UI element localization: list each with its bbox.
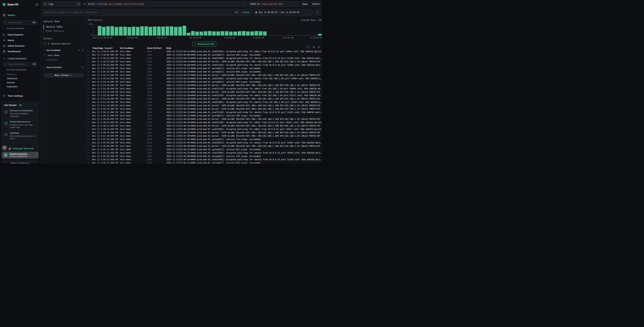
histogram-bar[interactable]: [110, 26, 114, 36]
histogram-bar[interactable]: [318, 34, 322, 36]
table-row[interactable]: >Nov 11 5:54:29.000 PMhost-demoinfo2025-…: [88, 77, 322, 80]
table-row[interactable]: >Nov 11 5:49:04.000 PMhost-demoinfo2025-…: [88, 118, 322, 121]
table-row[interactable]: >Nov 11 5:48:15.000 PMhost-demoinfo2025-…: [88, 131, 322, 134]
presets-toggle[interactable]: PRESETS: [4, 74, 17, 76]
histogram-bar[interactable]: [221, 31, 224, 36]
table-row[interactable]: >Nov 11 5:51:18.000 PMhost-demoinfo2025-…: [88, 104, 322, 107]
resume-live-tail-button[interactable]: Resume Live Tail: [192, 42, 216, 46]
table-row[interactable]: >Nov 11 5:44:37.000 PMhost-demoinfo2025-…: [88, 161, 322, 164]
load-more-button[interactable]: Load more: [44, 58, 84, 61]
table-row[interactable]: >Nov 11 5:48:39.000 PMhost-demoinfo2025-…: [88, 121, 322, 124]
table-row[interactable]: >Nov 11 5:45:08.000 PMhost-demoinfo2025-…: [88, 154, 322, 158]
table-row[interactable]: >Nov 11 5:52:38.000 PMhost-demoinfo2025-…: [88, 94, 322, 97]
histogram-bar[interactable]: [174, 27, 178, 36]
table-row[interactable]: >Nov 11 5:51:28.000 PMhost-demoinfo2025-…: [88, 100, 322, 104]
filter-group-severitytext[interactable]: SeverityText: [44, 66, 84, 68]
histogram-bar-warn[interactable]: [187, 33, 190, 33]
filter-group-servicename[interactable]: ServiceName: [44, 49, 84, 52]
create-dashboard-button[interactable]: + Create Dashboard: [3, 56, 38, 60]
histogram-bar-warn[interactable]: [225, 31, 228, 32]
histogram-bar[interactable]: [144, 26, 148, 36]
help-button[interactable]: ?: [2, 145, 7, 150]
table-row[interactable]: >Nov 11 5:54:16.000 PMhost-demoinfo2025-…: [88, 80, 322, 84]
histogram-bar[interactable]: [195, 32, 199, 36]
table-row[interactable]: >Nov 11 5:48:32.000 PMhost-demoinfo2025-…: [88, 124, 322, 128]
table-row[interactable]: >Nov 11 5:52:55.000 PMhost-demoinfo2025-…: [88, 90, 322, 94]
time-range-picker[interactable]: Nov 11 00:00:00 - Nov 12 00:00:00: [253, 9, 312, 15]
run-query-button[interactable]: [314, 9, 321, 15]
histogram-bar[interactable]: [123, 27, 127, 36]
table-row[interactable]: >Nov 11 5:53:36.000 PMhost-demoinfo2025-…: [88, 84, 322, 87]
histogram-bar[interactable]: [238, 31, 241, 36]
histogram-bar[interactable]: [178, 27, 182, 36]
chart-plot[interactable]: [93, 24, 322, 36]
col-severitytext[interactable]: ⋮SeverityText: [147, 47, 166, 49]
sidebar-item-dashboards[interactable]: Dashboards: [3, 50, 38, 53]
user-menu[interactable]: D dominic.tran@clic... dominic.tran@clic…: [2, 152, 39, 158]
histogram-bar[interactable]: [153, 26, 156, 36]
language-toggle-lucene[interactable]: Lucene: [242, 11, 250, 14]
histogram-bar[interactable]: [106, 26, 110, 36]
table-row[interactable]: >Nov 11 5:53:30.000 PMhost-demoinfo2025-…: [88, 87, 322, 90]
get-started-step-add-data[interactable]: Add Data Start sending logs, metrics, or…: [4, 132, 36, 140]
histogram-bar[interactable]: [246, 32, 250, 36]
histogram-bar[interactable]: [187, 33, 190, 36]
table-row[interactable]: >Nov 11 5:56:19.000 PMhost-demoinfo2025-…: [88, 70, 322, 74]
code-view-button[interactable]: <>: [77, 2, 81, 6]
table-row[interactable]: >Nov 11 5:57:52.000 PMhost-demoinfo2025-…: [88, 67, 322, 70]
histogram-bar[interactable]: [119, 27, 122, 36]
saved-searches-input[interactable]: Saved Searches ⌘K: [2, 20, 38, 25]
histogram-bar[interactable]: [140, 26, 144, 36]
histogram-bar[interactable]: [149, 27, 152, 36]
table-row[interactable]: >Nov 11 5:58:19.000 PMhost-demoinfo2025-…: [88, 60, 322, 63]
histogram-bar[interactable]: [216, 32, 220, 36]
preset-clickhouse[interactable]: ClickHouse: [7, 77, 18, 80]
sidebar-item-chart-explorer[interactable]: Chart Explorer: [3, 33, 38, 36]
histogram-bar[interactable]: [233, 32, 237, 36]
pin-icon[interactable]: [82, 49, 84, 52]
histogram-bar[interactable]: [98, 26, 101, 36]
table-row[interactable]: >Nov 11 5:50:22.000 PMhost-demoinfo2025-…: [88, 111, 322, 114]
histogram-bar[interactable]: [204, 31, 207, 36]
table-row[interactable]: >Nov 11 5:47:30.000 PMhost-demoinfo2025-…: [88, 134, 322, 138]
histogram-bar[interactable]: [161, 26, 165, 36]
order-by-input[interactable]: ORDER BY TimestampTime DESC: [248, 2, 298, 6]
preset-services[interactable]: Services: [7, 82, 15, 84]
histogram-bar[interactable]: [212, 32, 216, 36]
save-button[interactable]: Save: [301, 2, 309, 6]
histogram-bar[interactable]: [250, 32, 254, 36]
source-select[interactable]: Logs: [42, 2, 80, 6]
table-row[interactable]: >Nov 11 5:45:31.000 PMhost-demoinfo2025-…: [88, 148, 322, 151]
histogram-bar[interactable]: [259, 31, 262, 36]
filter-search-icon[interactable]: [78, 49, 80, 52]
histogram-bar[interactable]: [136, 27, 140, 36]
analysis-mode-results-table[interactable]: Results Table: [44, 25, 84, 29]
histogram-bar[interactable]: [128, 27, 131, 36]
analysis-mode-event-patterns[interactable]: Event Patterns: [44, 29, 84, 33]
table-row[interactable]: >Nov 11 5:50:33.000 PMhost-demoinfo2025-…: [88, 107, 322, 111]
table-row[interactable]: >Nov 11 5:44:53.000 PMhost-demoinfo2025-…: [88, 158, 322, 161]
histogram-bar[interactable]: [225, 32, 228, 36]
col-servicename[interactable]: ⋮ServiceName: [120, 47, 147, 49]
table-row[interactable]: >Nov 11 5:48:19.000 PMhost-demoinfo2025-…: [88, 128, 322, 131]
sidebar-item-search[interactable]: Search: [3, 13, 38, 17]
host-demo-checkbox[interactable]: [44, 54, 46, 56]
sidebar-item-team-settings[interactable]: Team Settings: [3, 94, 38, 98]
sidebar-item-alerts[interactable]: Alerts: [3, 38, 38, 42]
preset-kubernetes[interactable]: Kubernetes: [7, 86, 18, 88]
collapse-sidebar-icon[interactable]: [36, 3, 38, 6]
get-started-step-connect[interactable]: Connect to ClickHouse Set up your databa…: [4, 109, 36, 118]
table-row[interactable]: >Nov 11 5:46:48.000 PMhost-demoinfo2025-…: [88, 144, 322, 148]
col-timestamp[interactable]: Timestamp (Local): [91, 47, 120, 49]
pin-icon[interactable]: [82, 66, 84, 68]
sidebar-item-client-sessions[interactable]: Client Sessions: [3, 44, 38, 48]
select-columns-input[interactable]: SELECT Timestamp,ServiceName,SeverityTex…: [86, 2, 247, 6]
table-row[interactable]: >Nov 11 5:59:00.000 PMhost-demoinfo2025-…: [88, 53, 322, 56]
deploy-teaser[interactable]: Ready to deploy on: [2, 160, 39, 164]
source-settings-gear-icon[interactable]: [82, 2, 86, 6]
histogram-bar[interactable]: [166, 26, 169, 36]
table-row[interactable]: >Nov 11 5:58:04.000 PMhost-demoinfo2025-…: [88, 63, 322, 67]
histogram-bar[interactable]: [208, 31, 212, 36]
table-row[interactable]: >Nov 11 5:59:01.000 PMhost-demoinfo2025-…: [88, 50, 322, 53]
col-body[interactable]: ⋮Body: [166, 47, 322, 49]
